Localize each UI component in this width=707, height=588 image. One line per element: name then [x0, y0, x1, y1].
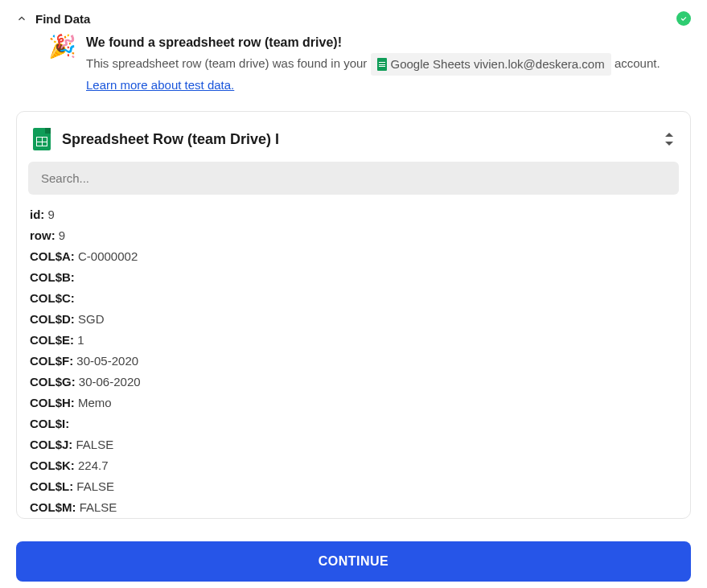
data-key: COL$A:: [30, 249, 75, 263]
data-row: COL$B:: [30, 267, 677, 288]
data-row: row: 9: [30, 225, 677, 246]
data-value: SGD: [75, 312, 105, 326]
intro-description: This spreadsheet row (team drive) was fo…: [86, 53, 691, 95]
data-value: 9: [44, 208, 55, 221]
account-label: Google Sheets vivien.lok@deskera.com: [391, 55, 605, 74]
data-row: id: 9: [30, 204, 677, 225]
search-input[interactable]: [28, 162, 679, 195]
data-key: COL$G:: [30, 375, 76, 389]
data-key: COL$B:: [30, 270, 75, 284]
data-row: COL$H: Memo: [30, 393, 677, 413]
continue-button[interactable]: CONTINUE: [16, 541, 691, 582]
data-key: COL$K:: [30, 458, 75, 472]
data-row: COL$K: 224.7: [30, 455, 677, 476]
data-key: COL$F:: [30, 354, 73, 368]
data-value: FALSE: [76, 500, 117, 514]
data-value: 30-05-2020: [73, 354, 138, 368]
data-row: COL$C:: [30, 288, 677, 309]
data-row: COL$F: 30-05-2020: [30, 351, 677, 372]
intro-block: 🎉 We found a spreadsheet row (team drive…: [16, 35, 691, 111]
data-row: COL$J: FALSE: [30, 434, 677, 455]
data-key: COL$L:: [30, 479, 73, 493]
celebration-icon: 🎉: [48, 35, 76, 58]
intro-title: We found a spreadsheet row (team drive)!: [86, 35, 691, 50]
data-value: 9: [55, 228, 66, 242]
section-header: Find Data: [16, 8, 691, 35]
learn-more-link[interactable]: Learn more about test data.: [86, 78, 234, 92]
success-check-icon: [676, 11, 691, 26]
data-key: COL$J:: [30, 438, 72, 451]
google-sheets-icon: [377, 58, 387, 71]
search-box: [28, 162, 679, 195]
data-key: row:: [30, 228, 55, 242]
google-sheets-icon: [33, 128, 51, 150]
data-row: COL$M: FALSE: [30, 497, 677, 518]
data-row: COL$D: SGD: [30, 309, 677, 330]
intro-desc-prefix: This spreadsheet row (team drive) was fo…: [86, 56, 367, 70]
data-value: FALSE: [73, 479, 114, 493]
data-key: COL$E:: [30, 333, 74, 347]
data-value: FALSE: [72, 438, 113, 451]
data-row: COL$G: 30-06-2020: [30, 372, 677, 393]
data-key: id:: [30, 208, 44, 221]
intro-desc-suffix: account.: [615, 56, 660, 70]
row-selector[interactable]: Spreadsheet Row (team Drive) I: [28, 123, 679, 162]
data-key: COL$C:: [30, 291, 75, 305]
row-selector-left: Spreadsheet Row (team Drive) I: [33, 128, 279, 150]
data-key: COL$M:: [30, 500, 76, 514]
data-value: 30-06-2020: [76, 375, 141, 389]
section-title: Find Data: [35, 12, 90, 26]
chevron-up-icon[interactable]: [16, 13, 27, 24]
data-value: 224.7: [75, 458, 109, 472]
data-row: COL$I:: [30, 413, 677, 434]
data-key: COL$I:: [30, 417, 69, 430]
data-value: Memo: [75, 396, 112, 409]
data-key: COL$H:: [30, 396, 75, 409]
row-selector-title: Spreadsheet Row (team Drive) I: [62, 131, 279, 148]
data-row: COL$L: FALSE: [30, 476, 677, 497]
data-row: COL$A: C-0000002: [30, 246, 677, 267]
data-value: C-0000002: [75, 249, 138, 263]
intro-text: We found a spreadsheet row (team drive)!…: [86, 35, 691, 95]
data-list: id: 9row: 9COL$A: C-0000002COL$B:COL$C:C…: [28, 204, 679, 518]
data-row: COL$E: 1: [30, 330, 677, 351]
sort-updown-icon[interactable]: [664, 133, 674, 146]
data-value: 1: [74, 333, 84, 347]
section-header-left: Find Data: [16, 12, 90, 26]
account-badge: Google Sheets vivien.lok@deskera.com: [371, 53, 611, 76]
data-key: COL$D:: [30, 312, 75, 326]
result-card: Spreadsheet Row (team Drive) I id: 9row:…: [16, 111, 691, 519]
